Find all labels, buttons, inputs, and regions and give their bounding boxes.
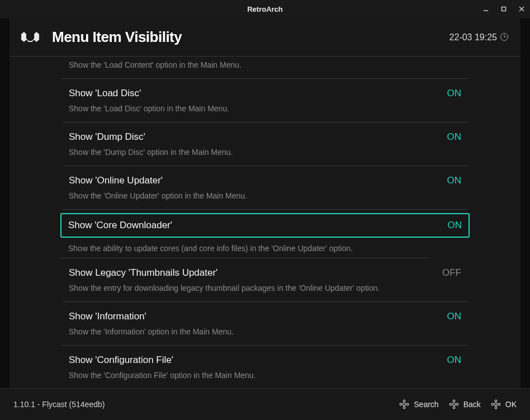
action-search[interactable]: Search: [399, 399, 438, 409]
svg-point-17: [491, 403, 494, 405]
action-ok[interactable]: OK: [491, 399, 517, 409]
setting-item[interactable]: Show 'Dump Disc'ONShow the 'Dump Disc' o…: [62, 122, 468, 166]
clock-time: 22-03 19:25: [449, 32, 497, 43]
svg-point-11: [452, 403, 455, 406]
setting-row: Show 'Online Updater'ON: [69, 172, 461, 187]
setting-item[interactable]: Show 'Core Downloader'ONShow the ability…: [60, 213, 470, 259]
setting-row: Show 'Core Downloader'ON: [60, 213, 470, 238]
svg-point-14: [453, 400, 455, 402]
setting-value: ON: [447, 131, 462, 143]
maximize-button[interactable]: [499, 6, 509, 13]
clock-icon: [500, 33, 508, 41]
setting-row: Show 'Dump Disc'ON: [69, 128, 461, 144]
setting-description: Show the ability to update cores (and co…: [60, 238, 429, 259]
setting-row: Show 'Information'ON: [69, 308, 461, 323]
version-text: 1.10.1 - Flycast (514eedb): [13, 400, 105, 409]
svg-rect-1: [502, 7, 506, 11]
setting-description: Show the 'Information' option in the Mai…: [69, 323, 438, 339]
svg-point-6: [403, 403, 406, 406]
setting-description: Show the 'Online Updater' option in the …: [69, 187, 438, 204]
setting-value: ON: [447, 355, 462, 366]
setting-item[interactable]: Show the 'Load Content' option in the Ma…: [62, 56, 468, 79]
svg-point-9: [403, 400, 405, 402]
svg-point-18: [498, 403, 500, 405]
setting-item[interactable]: Show 'Configuration File'ONShow the 'Con…: [62, 346, 468, 388]
setting-value: ON: [447, 311, 462, 322]
setting-description: Show the 'Load Content' option in the Ma…: [69, 56, 438, 73]
setting-row: Show Legacy 'Thumbnails Updater'OFF: [69, 264, 461, 280]
setting-description: Show the 'Load Disc' option in the Main …: [69, 100, 438, 116]
svg-point-10: [403, 407, 405, 409]
setting-value: ON: [447, 175, 462, 186]
gamepad-icon: [449, 399, 459, 409]
action-label: Search: [414, 400, 438, 409]
setting-item[interactable]: Show Legacy 'Thumbnails Updater'OFFShow …: [62, 258, 468, 302]
svg-point-19: [495, 400, 497, 402]
page-header: Menu Item Visibility 22-03 19:25: [10, 18, 520, 56]
minimize-button[interactable]: [481, 6, 491, 13]
setting-item[interactable]: Show 'Online Updater'ONShow the 'Online …: [62, 166, 468, 210]
setting-row: Show 'Load Disc'ON: [69, 84, 461, 100]
gamepad-icon: [399, 399, 409, 409]
setting-description: Show the 'Configuration File' option in …: [69, 367, 438, 383]
setting-value: OFF: [442, 267, 461, 279]
setting-description: Show the 'Dump Disc' option in the Main …: [69, 144, 438, 160]
clock: 22-03 19:25: [449, 32, 508, 43]
setting-row: Show 'Configuration File'ON: [69, 351, 461, 367]
setting-item[interactable]: Show 'Information'ONShow the 'Informatio…: [62, 302, 468, 346]
svg-point-20: [495, 407, 497, 409]
setting-value: ON: [448, 220, 462, 231]
window-titlebar: RetroArch: [0, 0, 530, 18]
setting-label: Show 'Load Disc': [69, 88, 141, 99]
setting-label: Show 'Dump Disc': [69, 131, 145, 143]
setting-label: Show 'Configuration File': [69, 355, 173, 366]
retroarch-icon: [20, 30, 41, 45]
setting-item[interactable]: Show 'Load Disc'ONShow the 'Load Disc' o…: [62, 79, 468, 122]
svg-point-15: [453, 407, 455, 409]
setting-value: ON: [447, 88, 462, 99]
action-label: OK: [505, 400, 517, 409]
page-title: Menu Item Visibility: [52, 29, 182, 46]
footer-actions: Search Back OK: [399, 399, 517, 409]
svg-point-5: [33, 35, 35, 37]
svg-point-8: [406, 403, 409, 405]
window-title: RetroArch: [247, 5, 283, 13]
setting-label: Show Legacy 'Thumbnails Updater': [69, 267, 217, 279]
gamepad-icon: [491, 399, 501, 409]
close-button[interactable]: [517, 6, 527, 13]
window-controls: [481, 0, 527, 18]
action-label: Back: [463, 400, 481, 409]
svg-point-12: [449, 403, 452, 405]
svg-point-4: [26, 35, 28, 37]
setting-label: Show 'Information': [69, 311, 146, 322]
action-back[interactable]: Back: [449, 399, 481, 409]
svg-point-13: [456, 403, 458, 405]
svg-point-16: [494, 403, 497, 406]
svg-point-7: [400, 403, 402, 405]
settings-list[interactable]: Show the 'Load Content' option in the Ma…: [10, 56, 520, 388]
setting-description: Show the entry for downloading legacy th…: [69, 280, 438, 296]
footer-bar: 1.10.1 - Flycast (514eedb) Search Back O…: [0, 388, 530, 420]
setting-label: Show 'Core Downloader': [68, 220, 172, 231]
setting-label: Show 'Online Updater': [69, 175, 163, 186]
content-area: Menu Item Visibility 22-03 19:25 Show th…: [10, 18, 520, 420]
